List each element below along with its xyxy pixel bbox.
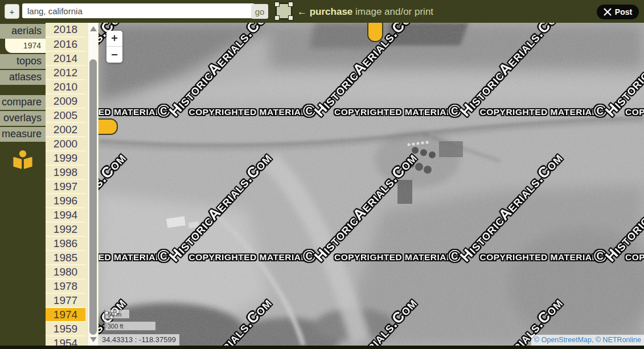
year-item[interactable]: 2005 — [46, 108, 85, 122]
year-item[interactable]: 2002 — [46, 122, 85, 136]
tab-topos[interactable]: topos — [0, 54, 46, 69]
go-button[interactable]: go — [251, 4, 268, 19]
tool-measure[interactable]: measure — [0, 127, 46, 142]
scale-metric: 50 m — [104, 310, 130, 319]
selected-year-flag: 1974 — [5, 39, 46, 53]
year-list: 2018201620142012201020092005200220001999… — [46, 23, 85, 346]
corner-handle-icon — [274, 15, 280, 20]
left-sidebar: aerials 1974 topos atlases compare overl… — [0, 23, 46, 346]
coordinates-readout: 34.43313 : -118.37599 — [99, 334, 179, 346]
year-item[interactable]: 2012 — [46, 65, 85, 79]
purchase-hint-bold: purchase — [310, 6, 353, 17]
scroll-up-icon[interactable] — [90, 26, 97, 31]
top-toolbar: + go ← purchase image and/or print Post — [0, 0, 644, 23]
tab-aerials[interactable]: aerials — [0, 24, 46, 39]
purchase-hint: ← purchase image and/or print — [297, 6, 433, 18]
zoom-in-button[interactable]: + — [106, 31, 122, 47]
zoom-control: + − — [106, 31, 122, 63]
tool-compare[interactable]: compare — [0, 95, 46, 110]
map-attribution: © OpenStreetMap, © NETRonline — [531, 335, 644, 346]
corner-handle-icon — [288, 15, 293, 20]
year-item[interactable]: 1980 — [46, 264, 85, 278]
year-item[interactable]: 1999 — [46, 150, 85, 165]
year-item[interactable]: 1996 — [46, 193, 85, 207]
purchase-selection-icon[interactable] — [276, 3, 292, 19]
year-item[interactable]: 1985 — [46, 250, 85, 264]
left-arrow-icon: ← — [297, 6, 310, 17]
scale-control: 50 m 300 ft — [104, 307, 157, 331]
zoom-out-button[interactable]: − — [106, 47, 122, 63]
attribution-separator: , — [592, 336, 596, 344]
year-item[interactable]: 1977 — [46, 293, 85, 307]
purchase-hint-rest: image and/or print — [352, 6, 433, 17]
map-legend-icon[interactable] — [12, 150, 34, 170]
year-item[interactable]: 1992 — [46, 221, 85, 236]
year-column: 2018201620142012201020092005200220001999… — [46, 23, 99, 346]
corner-handle-icon — [288, 2, 293, 7]
netronline-link[interactable]: © NETRonline — [596, 336, 641, 344]
year-item[interactable]: 1974 — [46, 307, 85, 321]
year-item[interactable]: 2000 — [46, 136, 85, 150]
year-item[interactable]: 1997 — [46, 179, 85, 193]
aerial-photo — [99, 23, 644, 346]
x-post-button[interactable]: Post — [597, 5, 639, 19]
year-item[interactable]: 1978 — [46, 278, 85, 293]
map-viewport[interactable]: ©COPYRIGHTED MATERIALHistoricAerials.Com… — [99, 23, 644, 346]
scrollbar-thumb[interactable] — [89, 59, 97, 335]
year-item[interactable]: 1986 — [46, 236, 85, 250]
year-item[interactable]: 2018 — [46, 23, 85, 36]
tool-overlays[interactable]: overlays — [0, 111, 46, 126]
scale-imperial: 300 ft — [104, 322, 157, 331]
corner-handle-icon — [274, 2, 280, 7]
year-item[interactable]: 1998 — [46, 165, 85, 179]
sidebar-divider — [0, 85, 46, 94]
year-scrollbar[interactable] — [88, 23, 98, 346]
tab-atlases[interactable]: atlases — [0, 70, 46, 85]
year-item[interactable]: 2014 — [46, 51, 85, 65]
scroll-down-icon[interactable] — [90, 337, 97, 342]
map-marker[interactable] — [99, 118, 118, 135]
post-button-label: Post — [615, 7, 632, 17]
map-marker[interactable] — [367, 23, 383, 42]
year-item[interactable]: 2009 — [46, 93, 85, 108]
openstreetmap-link[interactable]: © OpenStreetMap — [534, 336, 592, 344]
search-input[interactable] — [22, 3, 255, 18]
collapse-search-button[interactable]: + — [5, 4, 19, 19]
year-item[interactable]: 1994 — [46, 207, 85, 221]
year-item[interactable]: 2010 — [46, 79, 85, 93]
year-item[interactable]: 1959 — [46, 321, 85, 335]
year-item[interactable]: 2016 — [46, 36, 85, 51]
window-edge — [0, 346, 644, 349]
x-logo-icon — [604, 8, 612, 16]
year-item[interactable]: 1954 — [46, 335, 85, 346]
